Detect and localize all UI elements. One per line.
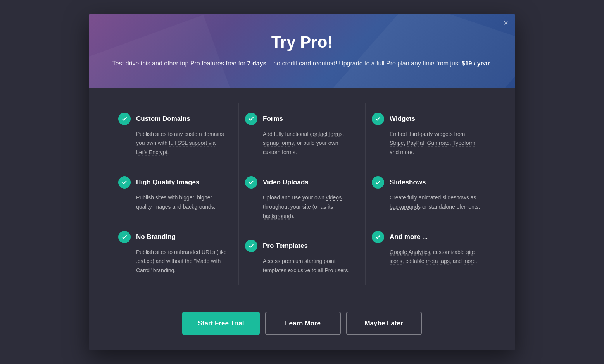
feature-title-custom-domains: Custom Domains — [136, 115, 190, 123]
close-button[interactable]: × — [504, 19, 508, 27]
action-buttons: Start Free Trial Learn More Maybe Later — [89, 300, 515, 350]
check-icon-video-uploads — [245, 176, 257, 189]
feature-widgets: Widgets Embed third-party widgets from S… — [366, 103, 492, 167]
check-icon-pro-templates — [245, 240, 257, 252]
maybe-later-button[interactable]: Maybe Later — [346, 312, 422, 335]
feature-desc-custom-domains: Publish sites to any custom domains you … — [118, 130, 227, 157]
feature-col-3: Widgets Embed third-party widgets from S… — [366, 103, 492, 285]
feature-hq-images: High Quality Images Publish sites with b… — [112, 167, 238, 221]
modal-header: Try Pro! Test drive this and other top P… — [89, 14, 515, 88]
check-icon-and-more — [372, 231, 384, 243]
feature-title-no-branding: No Branding — [136, 233, 176, 241]
feature-title-and-more: And more ... — [390, 233, 428, 241]
feature-title-pro-templates: Pro Templates — [263, 242, 308, 250]
feature-title-slideshows: Slideshows — [390, 179, 426, 186]
modal-subtitle: Test drive this and other top Pro featur… — [104, 58, 500, 69]
feature-desc-widgets: Embed third-party widgets from Stripe, P… — [372, 130, 480, 157]
modal-title: Try Pro! — [104, 33, 500, 52]
check-icon-hq-images — [118, 176, 131, 189]
check-icon-forms — [245, 113, 257, 125]
feature-no-branding: No Branding Publish sites to unbranded U… — [112, 221, 238, 285]
feature-desc-forms: Add fully functional contact forms, sign… — [245, 130, 354, 157]
feature-title-hq-images: High Quality Images — [136, 179, 199, 186]
feature-desc-slideshows: Create fully animated slideshows as back… — [372, 193, 480, 212]
feature-pro-templates: Pro Templates Access premium starting po… — [239, 230, 365, 285]
feature-video-uploads: Video Uploads Upload and use your own vi… — [239, 167, 365, 230]
feature-desc-no-branding: Publish sites to unbranded URLs (like .c… — [118, 248, 227, 275]
features-section: Custom Domains Publish sites to any cust… — [89, 88, 515, 300]
feature-desc-hq-images: Publish sites with bigger, higher qualit… — [118, 193, 227, 212]
check-icon-widgets — [372, 113, 384, 125]
feature-col-2: Forms Add fully functional contact forms… — [239, 103, 365, 285]
feature-desc-pro-templates: Access premium starting point templates … — [245, 257, 354, 275]
feature-col-1: Custom Domains Publish sites to any cust… — [112, 103, 238, 285]
feature-desc-video-uploads: Upload and use your own videos throughou… — [245, 193, 354, 221]
feature-forms: Forms Add fully functional contact forms… — [239, 103, 365, 167]
feature-title-forms: Forms — [263, 115, 283, 123]
feature-slideshows: Slideshows Create fully animated slidesh… — [366, 167, 492, 221]
feature-title-widgets: Widgets — [390, 115, 415, 123]
check-icon-slideshows — [372, 176, 384, 189]
pro-modal: × Try Pro! Test drive this and other top… — [89, 14, 515, 350]
check-icon-custom-domains — [118, 113, 131, 125]
features-grid: Custom Domains Publish sites to any cust… — [112, 103, 492, 285]
start-trial-button[interactable]: Start Free Trial — [182, 312, 259, 335]
check-icon-no-branding — [118, 231, 131, 243]
feature-custom-domains: Custom Domains Publish sites to any cust… — [112, 103, 238, 167]
feature-and-more: And more ... Google Analytics, customiza… — [366, 221, 492, 276]
feature-title-video-uploads: Video Uploads — [263, 179, 309, 186]
feature-desc-and-more: Google Analytics, customizable site icon… — [372, 248, 480, 266]
learn-more-button[interactable]: Learn More — [265, 312, 341, 335]
